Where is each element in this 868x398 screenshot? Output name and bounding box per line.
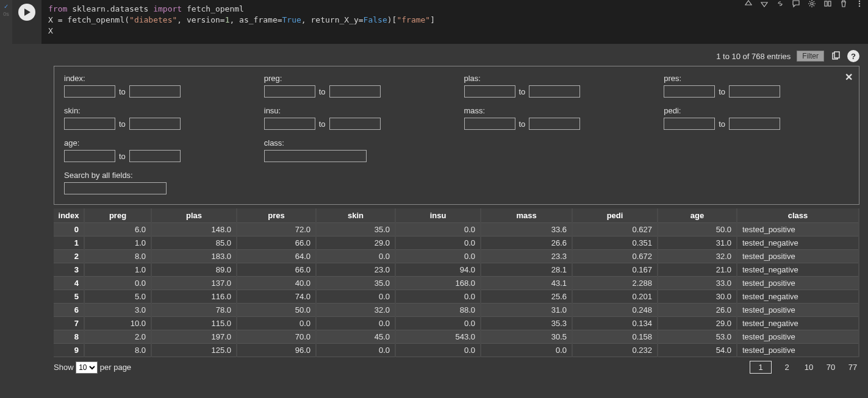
filter-skin-to-input[interactable] (129, 118, 181, 130)
page-2[interactable]: 2 (780, 363, 794, 372)
svg-rect-7 (834, 52, 839, 58)
column-header-insu[interactable]: insu (395, 208, 481, 223)
cell-preg: 1.0 (84, 236, 151, 250)
filter-pedi-to-input[interactable] (729, 118, 780, 130)
filter-toggle-button[interactable]: Filter (797, 51, 824, 62)
more-icon[interactable] (855, 0, 864, 9)
cell-skin: 29.0 (316, 236, 395, 250)
filter-insu-from-input[interactable] (264, 118, 315, 130)
settings-icon[interactable] (807, 0, 817, 9)
filter-preg-to-input[interactable] (329, 85, 381, 98)
cell-plas: 89.0 (151, 263, 237, 277)
table-footer: Show 10 per page 12107077 (54, 361, 859, 374)
output-header: 1 to 10 of 768 entries Filter ? (54, 50, 859, 62)
filter-age-from-input[interactable] (64, 150, 115, 162)
page-10[interactable]: 10 (802, 363, 816, 372)
cell-pres: 0.0 (237, 317, 316, 330)
cell-class: tested_negative (737, 290, 859, 304)
cell-index: 8 (54, 330, 84, 344)
column-header-pedi[interactable]: pedi (572, 208, 658, 223)
search-input[interactable] (64, 182, 167, 194)
cell-status-gutter: ✓ 0s (0, 0, 12, 17)
cell-insu: 0.0 (395, 250, 481, 263)
table-row: 55.0116.074.00.00.025.60.20130.0tested_n… (54, 290, 859, 304)
link-icon[interactable] (775, 0, 785, 9)
filter-mass-from-input[interactable] (464, 118, 515, 130)
filter-index: index: to (64, 74, 249, 98)
table-header-row: indexpregplaspresskininsumasspediageclas… (54, 208, 859, 223)
column-header-age[interactable]: age (658, 208, 737, 223)
filter-insu-to-input[interactable] (329, 118, 381, 130)
cell-age: 26.0 (658, 304, 737, 317)
delete-icon[interactable] (839, 0, 848, 9)
page-1[interactable]: 1 (750, 361, 772, 374)
cell-executed-check-icon: ✓ (0, 4, 12, 10)
cell-class: tested_positive (737, 277, 859, 290)
cell-index: 7 (54, 317, 84, 330)
filter-age: age: to (64, 138, 249, 162)
cell-class: tested_positive (737, 223, 859, 236)
cell-insu: 94.0 (395, 263, 481, 277)
move-down-icon[interactable] (759, 0, 769, 9)
cell-pedi: 0.672 (572, 250, 658, 263)
filter-plas-to-input[interactable] (529, 85, 580, 98)
show-label-post: per page (100, 363, 131, 372)
filter-index-to-input[interactable] (129, 85, 181, 98)
entries-summary: 1 to 10 of 768 entries (716, 52, 791, 61)
cell-plas: 85.0 (151, 236, 237, 250)
close-icon[interactable]: ✕ (845, 71, 853, 83)
filter-pres-to-input[interactable] (729, 85, 780, 98)
cell-pres: 70.0 (237, 330, 316, 344)
notebook-cell: ✓ 0s from sklearn.datasets import fetch_… (0, 0, 868, 380)
filter-age-to-input[interactable] (129, 150, 181, 162)
column-header-skin[interactable]: skin (316, 208, 395, 223)
column-header-class[interactable]: class (737, 208, 859, 223)
filter-plas: plas: to (464, 74, 650, 98)
column-header-preg[interactable]: preg (84, 208, 151, 223)
copy-icon[interactable] (830, 51, 841, 62)
filter-preg: preg: to (264, 74, 450, 98)
svg-rect-1 (825, 1, 827, 6)
cell-preg: 8.0 (84, 344, 151, 357)
filter-mass-to-input[interactable] (529, 118, 580, 130)
cell-skin: 0.0 (316, 290, 395, 304)
play-icon (24, 9, 31, 16)
filter-class-input[interactable] (264, 150, 367, 162)
cell-plas: 78.0 (151, 304, 237, 317)
move-up-icon[interactable] (744, 0, 753, 9)
svg-point-0 (811, 2, 813, 5)
page-77[interactable]: 77 (846, 363, 859, 372)
mirror-icon[interactable] (823, 0, 833, 9)
help-icon[interactable]: ? (847, 50, 859, 62)
filter-pres-from-input[interactable] (664, 85, 715, 98)
filter-index-from-input[interactable] (64, 85, 115, 98)
svg-rect-2 (828, 1, 831, 6)
cell-insu: 0.0 (395, 344, 481, 357)
page-size-select[interactable]: 10 (76, 361, 98, 374)
cell-index: 6 (54, 304, 84, 317)
filter-label: preg: (264, 74, 450, 83)
search-label: Search by all fields: (64, 171, 849, 180)
filter-preg-from-input[interactable] (264, 85, 315, 98)
page-70[interactable]: 70 (824, 363, 838, 372)
column-header-mass[interactable]: mass (481, 208, 572, 223)
filter-pedi-from-input[interactable] (664, 118, 715, 130)
filter-label: pres: (664, 74, 849, 83)
range-to-label: to (319, 119, 326, 129)
filter-plas-from-input[interactable] (464, 85, 515, 98)
cell-preg: 10.0 (84, 317, 151, 330)
cell-skin: 0.0 (316, 344, 395, 357)
comment-icon[interactable] (791, 0, 801, 9)
run-cell-button[interactable] (18, 4, 35, 21)
filter-skin-from-input[interactable] (64, 118, 115, 130)
cell-insu: 0.0 (395, 317, 481, 330)
cell-input-area: from sklearn.datasets import fetch_openm… (12, 0, 868, 44)
cell-age: 32.0 (658, 250, 737, 263)
range-to-label: to (119, 119, 126, 129)
column-header-index[interactable]: index (54, 208, 84, 223)
filter-label: insu: (264, 106, 450, 115)
cell-age: 30.0 (658, 290, 737, 304)
column-header-plas[interactable]: plas (151, 208, 237, 223)
cell-index: 0 (54, 223, 84, 236)
column-header-pres[interactable]: pres (237, 208, 316, 223)
